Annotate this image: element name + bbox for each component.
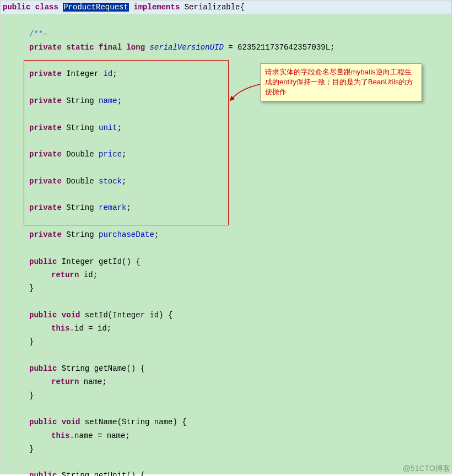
javadoc-comment: /**▫ [1, 28, 451, 41]
blank-line [1, 456, 451, 469]
kw-class: class [35, 3, 58, 12]
fold-icon[interactable]: ▫ [43, 30, 47, 39]
blank-line [1, 295, 451, 309]
class-name-highlight: ProductRequest [63, 3, 129, 12]
code-editor: public class ProductRequest implements S… [0, 0, 452, 474]
method-sig: public Integer getId() { [1, 255, 451, 268]
kw-public: public [3, 3, 30, 12]
blank-line [1, 402, 451, 415]
blank-line [1, 349, 451, 362]
blank-line [1, 14, 451, 27]
kw-implements: implements [133, 3, 180, 12]
method-sig: public void setId(Integer id) { [1, 309, 451, 322]
iface: Serializable{ [185, 3, 245, 12]
method-close: } [1, 282, 451, 295]
method-sig: public String getUnit() { [1, 469, 451, 476]
serial-version-line: private static final long serialVersionU… [1, 41, 451, 54]
method-close: } [1, 389, 451, 402]
method-close: } [1, 442, 451, 456]
method-body: return id; [1, 268, 451, 282]
method-body: this.id = id; [1, 322, 451, 335]
watermark: @51CTO博客 [403, 464, 451, 474]
annotation-text: 请求实体的字段命名尽量跟mybatis逆向工程生成的entity保持一致；目的是… [265, 68, 413, 96]
class-declaration: public class ProductRequest implements S… [1, 1, 451, 14]
method-close: } [1, 335, 451, 348]
method-body: return name; [1, 375, 451, 388]
method-sig: public void setName(String name) { [1, 415, 451, 429]
method-sig: public String getName() { [1, 362, 451, 375]
method-body: this.name = name; [1, 429, 451, 442]
highlight-box [24, 60, 229, 225]
annotation-callout: 请求实体的字段命名尽量跟mybatis逆向工程生成的entity保持一致；目的是… [260, 63, 422, 101]
blank-line [1, 241, 451, 255]
field-line: private String purchaseDate; [1, 228, 451, 241]
